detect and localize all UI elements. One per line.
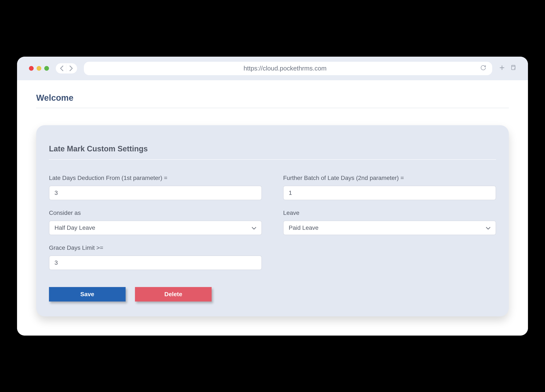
further-batch-group: Further Batch of Late Days (2nd paramete… [283,174,496,200]
grace-days-group: Grace Days Limit >= [49,244,262,270]
chevron-left-icon [60,65,64,71]
consider-as-label: Consider as [49,210,262,216]
url-text: https://cloud.pockethrms.com [90,65,480,72]
browser-actions [499,65,516,72]
settings-card: Late Mark Custom Settings Late Days Dedu… [36,125,509,316]
window-minimize[interactable] [37,66,41,71]
plus-icon [499,65,505,71]
leave-select[interactable]: Paid Leave [283,221,496,235]
grace-days-input[interactable] [49,255,262,270]
divider [49,159,496,160]
url-bar[interactable]: https://cloud.pockethrms.com [84,62,492,75]
chevron-down-icon [486,224,490,231]
card-title: Late Mark Custom Settings [49,144,496,153]
late-days-input[interactable] [49,186,262,200]
late-days-label: Late Days Deduction From (1st parameter)… [49,174,262,181]
further-batch-label: Further Batch of Late Days (2nd paramete… [283,174,496,181]
new-tab-button[interactable] [499,65,505,72]
leave-value: Paid Leave [289,224,318,231]
page-content: Welcome Late Mark Custom Settings Late D… [17,80,528,336]
consider-as-group: Consider as Half Day Leave [49,210,262,235]
tabs-icon [510,65,516,71]
traffic-lights [29,66,49,71]
leave-group: Leave Paid Leave [283,210,496,235]
reload-icon [480,65,486,71]
window-maximize[interactable] [44,66,49,71]
chevron-right-icon [69,65,73,71]
form-grid: Late Days Deduction From (1st parameter)… [49,174,496,270]
further-batch-input[interactable] [283,186,496,200]
browser-window: https://cloud.pockethrms.com [17,57,528,336]
browser-chrome: https://cloud.pockethrms.com [17,57,528,80]
save-button[interactable]: Save [49,287,126,301]
leave-label: Leave [283,210,496,216]
window-close[interactable] [29,66,34,71]
chevron-down-icon [252,224,256,231]
nav-buttons [56,63,77,74]
form-actions: Save Delete [49,287,496,301]
tabs-button[interactable] [510,65,516,72]
grace-days-label: Grace Days Limit >= [49,244,262,251]
svg-rect-0 [512,66,515,70]
back-button[interactable] [57,64,66,72]
consider-as-select[interactable]: Half Day Leave [49,221,262,235]
late-days-group: Late Days Deduction From (1st parameter)… [49,174,262,200]
consider-as-value: Half Day Leave [55,224,95,231]
delete-button[interactable]: Delete [135,287,212,301]
divider [36,108,509,108]
reload-button[interactable] [480,65,486,72]
page-title: Welcome [36,93,509,103]
forward-button[interactable] [66,64,76,72]
